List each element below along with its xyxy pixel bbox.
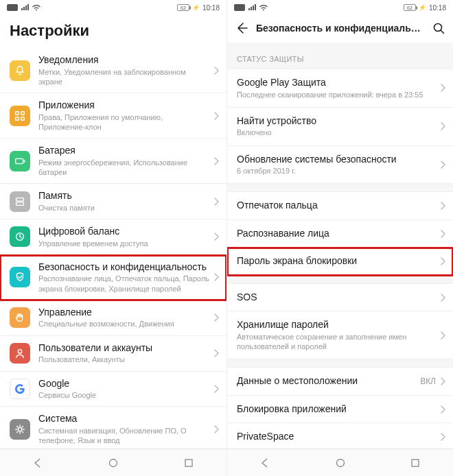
row-subtitle: Метки, Уведомления на заблокированном эк… xyxy=(38,67,209,87)
chevron-right-icon xyxy=(213,111,220,121)
svg-point-14 xyxy=(434,24,442,32)
wifi-icon xyxy=(259,4,268,11)
item-title: Найти устройство xyxy=(237,115,440,128)
page-title: Настройки xyxy=(0,15,226,48)
item-title: PrivateSpace xyxy=(237,431,440,443)
chevron-right-icon xyxy=(213,313,220,322)
row-title: Батарея xyxy=(38,145,209,157)
section-gap xyxy=(227,276,453,284)
item-title: Данные о местоположении xyxy=(237,375,420,388)
settings-row[interactable]: УправлениеСпециальные возможности, Движе… xyxy=(0,300,226,336)
nav-back-button[interactable] xyxy=(0,449,76,476)
battery-icon xyxy=(10,151,30,171)
row-title: Управление xyxy=(38,307,209,319)
list-item[interactable]: Блокировка приложений xyxy=(227,396,453,424)
charging-icon: ⚡ xyxy=(419,4,426,11)
row-title: Память xyxy=(38,190,209,202)
settings-row[interactable]: БатареяРежим энергосбережения, Использов… xyxy=(0,139,226,184)
list-item[interactable]: SOS xyxy=(227,284,453,312)
chevron-right-icon xyxy=(213,348,220,358)
bell-icon xyxy=(10,60,30,81)
item-title: Распознавание лица xyxy=(237,228,440,240)
chevron-right-icon xyxy=(213,425,220,434)
svg-point-9 xyxy=(18,350,21,353)
svg-rect-0 xyxy=(7,4,18,11)
list-item[interactable]: Найти устройствоВключено xyxy=(227,108,453,146)
signal-icon xyxy=(248,4,256,11)
item-title: Обновление системы безопасности xyxy=(237,154,440,166)
settings-row[interactable]: ПриложенияПрава, Приложения по умолчанию… xyxy=(0,93,226,139)
volte-icon xyxy=(234,4,245,11)
balance-icon xyxy=(10,226,30,247)
settings-list: УведомленияМетки, Уведомления на заблоки… xyxy=(0,48,226,449)
chevron-right-icon xyxy=(440,405,446,414)
settings-row[interactable]: ПамятьОчистка памяти xyxy=(0,184,226,219)
settings-row[interactable]: СистемаСистемная навигация, Обновление П… xyxy=(0,407,226,449)
nav-recent-button[interactable] xyxy=(378,449,453,476)
search-button[interactable] xyxy=(431,21,446,36)
svg-rect-1 xyxy=(16,111,19,115)
svg-point-15 xyxy=(336,459,344,466)
list-item[interactable]: PrivateSpace xyxy=(227,423,453,449)
row-subtitle: Управление временем доступа xyxy=(38,239,209,248)
list-item[interactable]: Данные о местоположенииВКЛ xyxy=(227,368,453,396)
list-item[interactable]: Пароль экрана блокировки xyxy=(227,248,453,276)
nav-recent-button[interactable] xyxy=(151,449,226,476)
svg-rect-3 xyxy=(16,117,19,120)
system-icon xyxy=(10,419,30,440)
row-title: Приложения xyxy=(38,99,209,112)
row-subtitle: Системная навигация, Обновление ПО, О те… xyxy=(38,426,209,446)
settings-row[interactable]: Пользователи и аккаунтыПользователи, Акк… xyxy=(0,336,226,372)
list-item[interactable]: Отпечаток пальца xyxy=(227,192,453,220)
row-subtitle: Права, Приложения по умолчанию, Приложен… xyxy=(38,112,209,132)
item-title: Блокировка приложений xyxy=(237,403,440,416)
app-bar-title: Безопасность и конфиденциальность xyxy=(256,23,424,34)
settings-row[interactable]: Цифровой балансУправление временем досту… xyxy=(0,219,226,255)
chevron-right-icon xyxy=(213,66,220,75)
item-subtitle: Автоматическое сохранение и заполнение и… xyxy=(237,332,440,352)
shield-icon xyxy=(10,267,30,287)
chevron-right-icon xyxy=(440,331,446,340)
row-subtitle: Распознавание лица, Отпечаток пальца, Па… xyxy=(38,274,209,294)
chevron-right-icon xyxy=(440,293,446,302)
nav-home-button[interactable] xyxy=(303,449,378,476)
app-bar: Безопасность и конфиденциальность xyxy=(227,15,453,43)
row-title: Система xyxy=(38,413,209,425)
list-item[interactable]: Хранилище паролейАвтоматическое сохранен… xyxy=(227,311,453,359)
settings-row[interactable]: Безопасность и конфиденциальностьРаспозн… xyxy=(0,255,226,300)
chevron-right-icon xyxy=(440,121,446,131)
svg-rect-5 xyxy=(16,158,23,163)
chevron-right-icon xyxy=(440,229,446,239)
svg-point-10 xyxy=(18,427,21,431)
item-title: Отпечаток пальца xyxy=(237,200,440,212)
svg-rect-16 xyxy=(412,460,419,466)
row-subtitle: Режим энергосбережения, Использование ба… xyxy=(38,158,209,178)
settings-row[interactable]: GoogleСервисы Google xyxy=(0,372,226,407)
chevron-right-icon xyxy=(213,197,220,206)
wifi-icon xyxy=(32,4,41,11)
settings-row[interactable]: УведомленияМетки, Уведомления на заблоки… xyxy=(0,48,226,93)
storage-icon xyxy=(10,191,30,212)
section-gap xyxy=(227,359,453,368)
row-title: Пользователи и аккаунты xyxy=(38,342,209,355)
phone-right: 62 ⚡ 10:18 Безопасность и конфиденциальн… xyxy=(226,0,453,476)
list-item[interactable]: Google Play ЗащитаПоследнее сканирование… xyxy=(227,69,453,108)
row-subtitle: Специальные возможности, Движения xyxy=(38,319,209,329)
charging-icon: ⚡ xyxy=(192,4,200,11)
back-button[interactable] xyxy=(234,21,249,36)
chevron-right-icon xyxy=(440,83,446,93)
status-time: 10:18 xyxy=(429,4,446,12)
chevron-right-icon xyxy=(440,257,446,266)
item-title: Пароль экрана блокировки xyxy=(237,255,440,267)
svg-rect-13 xyxy=(234,4,245,11)
svg-rect-2 xyxy=(21,111,25,115)
volte-icon xyxy=(7,4,18,11)
status-time: 10:18 xyxy=(202,4,220,12)
list-item[interactable]: Обновление системы безопасности6 октября… xyxy=(227,146,453,185)
nav-back-button[interactable] xyxy=(227,449,303,476)
svg-point-11 xyxy=(110,459,117,466)
nav-home-button[interactable] xyxy=(76,449,151,476)
row-title: Безопасность и конфиденциальность xyxy=(38,261,209,274)
list-item[interactable]: Распознавание лица xyxy=(227,220,453,248)
svg-rect-12 xyxy=(185,460,192,466)
